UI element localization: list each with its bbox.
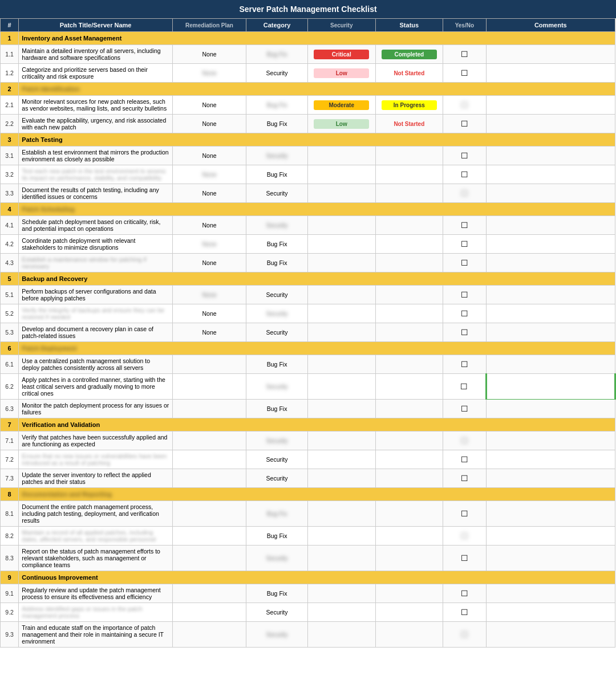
row-comments[interactable] [486,603,615,622]
row-remediation: None [172,286,246,304]
section-label: Continuous Improvement [19,571,615,584]
row-yes-no[interactable]: ☐ [443,450,486,469]
row-yes-no[interactable]: ☐ [443,603,486,622]
section-header-row: 3Patch Testing [1,133,615,146]
row-yes-no[interactable]: ☐ [443,432,486,450]
row-remediation: None [172,96,246,115]
table-row: 5.2Verify the integrity of backups and e… [1,304,615,323]
row-comments[interactable] [486,45,615,64]
row-comments[interactable] [486,64,615,83]
row-num: 9.3 [1,622,19,648]
section-label: Verification and Validation [19,418,615,432]
row-category: Bug Fix [246,355,308,374]
row-remediation [172,584,246,603]
header-remediation: Remediation Plan [172,19,246,32]
row-comments[interactable] [486,286,615,304]
row-yes-no[interactable]: ☐ [443,622,486,648]
row-yes-no[interactable]: ☐ [443,584,486,603]
row-comments[interactable] [486,146,615,165]
row-comments[interactable] [486,450,615,469]
row-comments[interactable] [486,323,615,342]
row-yes-no[interactable]: ☐ [443,323,486,342]
row-yes-no[interactable]: ☐ [443,216,486,235]
section-header-row: 1Inventory and Asset Management [1,32,615,45]
table-row: 8.1Document the entire patch management … [1,501,615,527]
row-comments[interactable] [486,374,615,400]
row-comments[interactable] [486,355,615,374]
section-header-row: 6Patch Deployment [1,342,615,355]
row-yes-no[interactable]: ☐ [443,45,486,64]
row-yes-no[interactable]: ☐ [443,115,486,133]
section-num: 9 [1,571,19,584]
row-status [375,501,443,527]
row-remediation [172,622,246,648]
header-comments: Comments [486,19,615,32]
row-security [307,355,375,374]
row-title: Update the server inventory to reflect t… [19,469,173,488]
row-num: 2.2 [1,115,19,133]
row-security [307,304,375,323]
row-title: Document the results of patch testing, i… [19,184,173,203]
row-remediation: None [172,45,246,64]
row-yes-no[interactable]: ☐ [443,254,486,272]
row-comments[interactable] [486,216,615,235]
row-yes-no[interactable]: ☐ [443,374,486,400]
row-title: Categorize and prioritize servers based … [19,64,173,83]
row-yes-no[interactable]: ☐ [443,469,486,488]
row-comments[interactable] [486,400,615,418]
row-comments[interactable] [486,546,615,571]
row-comments[interactable] [486,235,615,254]
row-status [375,450,443,469]
row-yes-no[interactable]: ☐ [443,235,486,254]
row-security [307,374,375,400]
row-category: Bug Fix [246,235,308,254]
row-yes-no[interactable]: ☐ [443,527,486,546]
row-comments[interactable] [486,501,615,527]
row-comments[interactable] [486,165,615,184]
row-yes-no[interactable]: ☐ [443,400,486,418]
row-status [375,584,443,603]
row-comments[interactable] [486,184,615,203]
row-yes-no[interactable]: ☐ [443,355,486,374]
row-status: Completed [375,45,443,64]
row-security [307,546,375,571]
row-comments[interactable] [486,304,615,323]
section-header-row: 5Backup and Recovery [1,272,615,286]
row-title: Maintain a record of all applied patches… [19,527,173,546]
row-remediation: None [172,235,246,254]
row-comments[interactable] [486,432,615,450]
section-num: 7 [1,418,19,432]
row-comments[interactable] [486,469,615,488]
row-comments[interactable] [486,622,615,648]
row-comments[interactable] [486,115,615,133]
row-yes-no[interactable]: ☐ [443,184,486,203]
section-header-row: 8Documentation and Reporting [1,488,615,501]
row-security [307,323,375,342]
section-header-row: 4Patch Scheduling [1,203,615,216]
row-yes-no[interactable]: ☐ [443,501,486,527]
row-title: Establish a maintenance window for patch… [19,254,173,272]
row-yes-no[interactable]: ☐ [443,96,486,115]
row-title: Coordinate patch deployment with relevan… [19,235,173,254]
row-title: Monitor the patch deployment process for… [19,400,173,418]
row-security [307,501,375,527]
row-num: 6.2 [1,374,19,400]
row-comments[interactable] [486,96,615,115]
row-yes-no[interactable]: ☐ [443,165,486,184]
row-yes-no[interactable]: ☐ [443,146,486,165]
row-yes-no[interactable]: ☐ [443,286,486,304]
row-title: Report on the status of patch management… [19,546,173,571]
row-yes-no[interactable]: ☐ [443,64,486,83]
row-title: Monitor relevant sources for new patch r… [19,96,173,115]
row-yes-no[interactable]: ☐ [443,546,486,571]
row-security [307,235,375,254]
row-category: Security [246,304,308,323]
row-comments[interactable] [486,254,615,272]
row-comments[interactable] [486,527,615,546]
row-num: 3.2 [1,165,19,184]
row-status [375,374,443,400]
table-row: 1.2Categorize and prioritize servers bas… [1,64,615,83]
section-num: 4 [1,203,19,216]
row-comments[interactable] [486,584,615,603]
row-yes-no[interactable]: ☐ [443,304,486,323]
